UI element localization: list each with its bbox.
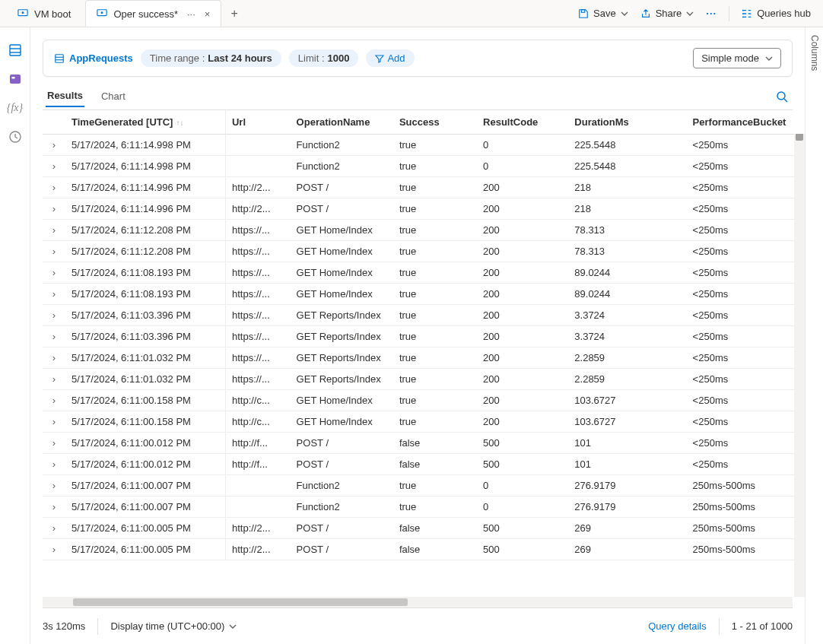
time-range-pill[interactable]: Time range : Last 24 hours [141,49,281,67]
mode-select[interactable]: Simple mode [693,48,781,68]
expand-row-icon[interactable]: › [43,496,65,518]
expand-row-icon[interactable]: › [43,454,65,475]
cell-TimeGenerated: 5/17/2024, 6:11:00.158 PM [65,390,225,411]
functions-icon[interactable] [8,71,23,87]
column-header[interactable]: PerformanceBucket [687,110,805,135]
limit-pill[interactable]: Limit : 1000 [289,49,359,67]
cell-Success: false [393,518,477,539]
column-header[interactable]: OperationName [291,110,393,135]
table-row[interactable]: ›5/17/2024, 6:11:01.032 PMhttps://...GET… [43,369,805,390]
expand-row-icon[interactable]: › [43,475,65,496]
column-header[interactable]: Url [225,110,290,135]
table-row[interactable]: ›5/17/2024, 6:11:00.007 PMFunction2true0… [43,475,805,496]
cell-PerformanceBucket: <250ms [687,411,805,433]
expand-row-icon[interactable]: › [43,284,65,305]
table-row[interactable]: ›5/17/2024, 6:11:14.998 PMFunction2true0… [43,156,805,177]
time-range-label: Time range : [150,52,205,64]
expand-row-icon[interactable]: › [43,347,65,369]
expand-row-icon[interactable]: › [43,326,65,347]
query-details-link[interactable]: Query details [648,620,707,632]
tab-results[interactable]: Results [46,85,84,107]
new-tab-button[interactable]: + [224,7,243,21]
cell-Success: false [393,454,477,475]
expand-row-icon[interactable]: › [43,305,65,326]
cell-PerformanceBucket: 250ms-500ms [687,518,805,539]
columns-label: Columns [809,35,820,71]
table-row[interactable]: ›5/17/2024, 6:11:08.193 PMhttps://...GET… [43,284,805,305]
cell-DurationMs: 103.6727 [568,390,686,411]
result-tabs: Results Chart [43,83,793,110]
cell-DurationMs: 3.3724 [568,326,686,347]
table-row[interactable]: ›5/17/2024, 6:11:00.005 PMhttp://2...POS… [43,539,805,560]
chevron-down-icon [229,623,237,630]
horizontal-scrollbar[interactable] [43,597,793,608]
column-header[interactable] [43,110,65,135]
queries-hub-button[interactable]: Queries hub [742,8,811,19]
expand-row-icon[interactable]: › [43,390,65,411]
save-button[interactable]: Save [578,8,628,19]
cell-TimeGenerated: 5/17/2024, 6:11:00.005 PM [65,539,225,560]
cell-Success: true [393,390,477,411]
table-row[interactable]: ›5/17/2024, 6:11:00.007 PMFunction2true0… [43,496,805,518]
cell-ResultCode: 200 [477,177,568,198]
table-row[interactable]: ›5/17/2024, 6:11:14.996 PMhttp://2...POS… [43,198,805,220]
expand-row-icon[interactable]: › [43,135,65,156]
divider [729,6,729,21]
expand-row-icon[interactable]: › [43,262,65,284]
expand-row-icon[interactable]: › [43,369,65,390]
expand-row-icon[interactable]: › [43,156,65,177]
column-header[interactable]: DurationMs [568,110,686,135]
table-row[interactable]: ›5/17/2024, 6:11:03.396 PMhttps://...GET… [43,305,805,326]
expand-row-icon[interactable]: › [43,177,65,198]
cell-OperationName: GET Home/Index [291,390,393,411]
table-row[interactable]: ›5/17/2024, 6:11:14.996 PMhttp://2...POS… [43,177,805,198]
tab-chart[interactable]: Chart [100,86,127,106]
table-row[interactable]: ›5/17/2024, 6:11:00.012 PMhttp://f...POS… [43,433,805,454]
cell-PerformanceBucket: <250ms [687,454,805,475]
results-table-wrap[interactable]: TimeGenerated [UTC]↑↓UrlOperationNameSuc… [43,110,805,597]
query-table-button[interactable]: AppRequests [54,52,133,64]
monitor-icon [97,8,107,19]
vertical-scrollbar[interactable] [794,110,805,597]
tab-vm-boot[interactable]: VM boot [6,0,82,27]
cell-OperationName: POST / [291,454,393,475]
tab-overflow-icon[interactable]: ··· [184,8,199,20]
table-row[interactable]: ›5/17/2024, 6:11:00.005 PMhttp://2...POS… [43,518,805,539]
table-row[interactable]: ›5/17/2024, 6:11:00.158 PMhttp://c...GET… [43,411,805,433]
display-time-button[interactable]: Display time (UTC+00:00) [110,620,237,632]
expand-row-icon[interactable]: › [43,198,65,220]
toolbar-overflow-button[interactable]: ··· [706,8,717,19]
add-filter-button[interactable]: Add [366,49,414,67]
expand-row-icon[interactable]: › [43,539,65,560]
share-button[interactable]: Share [640,8,694,19]
expand-row-icon[interactable]: › [43,241,65,262]
expand-row-icon[interactable]: › [43,433,65,454]
expand-row-icon[interactable]: › [43,220,65,241]
expand-row-icon[interactable]: › [43,518,65,539]
column-header[interactable]: TimeGenerated [UTC]↑↓ [65,110,225,135]
search-icon[interactable] [776,90,793,103]
column-header[interactable]: ResultCode [477,110,568,135]
fx-icon[interactable]: {fx} [8,100,23,116]
svg-point-7 [742,16,744,17]
cell-PerformanceBucket: <250ms [687,305,805,326]
table-row[interactable]: ›5/17/2024, 6:11:00.158 PMhttp://c...GET… [43,390,805,411]
column-header[interactable]: Success [393,110,477,135]
recent-icon[interactable] [8,129,23,144]
table-row[interactable]: ›5/17/2024, 6:11:12.208 PMhttps://...GET… [43,220,805,241]
expand-row-icon[interactable]: › [43,411,65,433]
table-row[interactable]: ›5/17/2024, 6:11:00.012 PMhttp://f...POS… [43,454,805,475]
tab-oper-success[interactable]: Oper success* ··· × [85,0,221,27]
cell-PerformanceBucket: <250ms [687,369,805,390]
tables-icon[interactable] [8,43,23,58]
cell-TimeGenerated: 5/17/2024, 6:11:12.208 PM [65,241,225,262]
cell-ResultCode: 200 [477,284,568,305]
table-row[interactable]: ›5/17/2024, 6:11:14.998 PMFunction2true0… [43,135,805,156]
table-row[interactable]: ›5/17/2024, 6:11:03.396 PMhttps://...GET… [43,326,805,347]
cell-DurationMs: 101 [568,454,686,475]
columns-panel-toggle[interactable]: Columns [805,27,823,644]
table-row[interactable]: ›5/17/2024, 6:11:12.208 PMhttps://...GET… [43,241,805,262]
close-icon[interactable]: × [205,8,211,20]
table-row[interactable]: ›5/17/2024, 6:11:01.032 PMhttps://...GET… [43,347,805,369]
table-row[interactable]: ›5/17/2024, 6:11:08.193 PMhttps://...GET… [43,262,805,284]
